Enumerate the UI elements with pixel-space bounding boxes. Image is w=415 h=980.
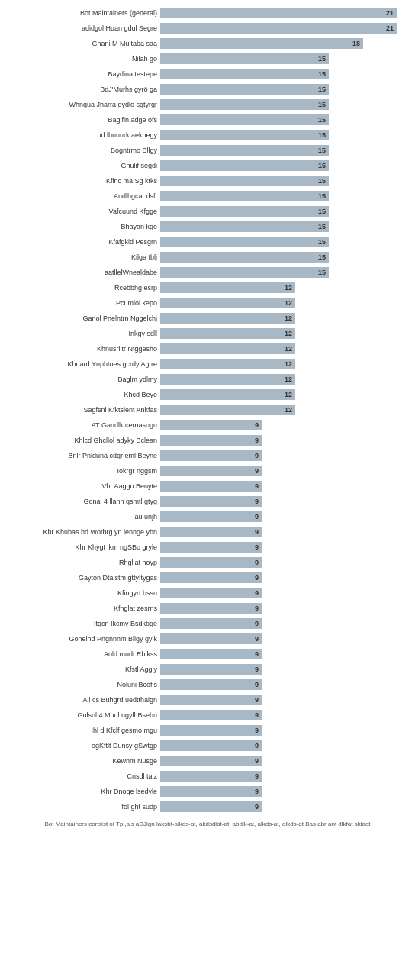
table-row: Ihl d Kfclf gesmo mgu9	[0, 724, 415, 737]
table-row: Bogntrmo Bllgy15	[0, 143, 415, 157]
row-label: Noluni Bcofls	[0, 681, 160, 688]
bar: 15	[160, 221, 329, 232]
bar-area: 9	[160, 771, 415, 782]
row-label: Vhr Aaggu Beoyte	[0, 482, 160, 490]
row-label: Rcebbhg esrp	[0, 284, 160, 292]
bar-area: 12	[160, 328, 415, 339]
table-row: od lbnuurk aekhegy15	[0, 128, 415, 142]
bar-value: 9	[255, 559, 259, 566]
bar-value: 9	[255, 589, 259, 597]
bar-area: 15	[160, 145, 415, 156]
table-row: au unjh9	[0, 510, 415, 524]
bar: 9	[160, 603, 262, 614]
bar-area: 15	[160, 252, 415, 263]
bar-value: 9	[255, 543, 259, 551]
table-row: Gulsnl 4 Mudl ngylhBsebn9	[0, 708, 415, 722]
bar: 21	[160, 23, 397, 34]
bar: 9	[160, 618, 262, 629]
bar-value: 15	[318, 101, 326, 108]
table-row: Baglm ydlmy12	[0, 372, 415, 386]
table-row: Ghulif segdi15	[0, 159, 415, 172]
bar-area: 15	[160, 69, 415, 79]
bar-area: 9	[160, 466, 415, 476]
table-row: Khr Khygt lkm ngSBo gryle9	[0, 540, 415, 554]
table-row: Andlhgcat dsft15	[0, 189, 415, 203]
bar: 9	[160, 420, 262, 430]
bar: 9	[160, 801, 262, 812]
table-row: Whnqua Jharra gydlo sgtyrgr15	[0, 98, 415, 111]
bar-area: 9	[160, 710, 415, 720]
row-label: Kewnm Nusge	[0, 757, 160, 765]
bar-area: 9	[160, 725, 415, 736]
bar: 9	[160, 588, 262, 598]
table-row: Rcebbhg esrp12	[0, 281, 415, 295]
row-label: Kfinc ma Sg ktks	[0, 177, 160, 185]
bar-area: 9	[160, 527, 415, 537]
row-label: Bogntrmo Bllgy	[0, 147, 160, 154]
bar: 15	[160, 160, 329, 171]
bar: 15	[160, 84, 329, 95]
table-row: Bot Maintainers (general)21	[0, 6, 415, 20]
bar-value: 15	[318, 177, 326, 185]
bar: 15	[160, 53, 329, 64]
bar: 9	[160, 771, 262, 782]
bar: 12	[160, 328, 295, 339]
bar-area: 15	[160, 84, 415, 95]
row-label: Kilga Iblj	[0, 253, 160, 261]
table-row: Kfafgkid Pesgrn15	[0, 235, 415, 249]
row-label: Whnqua Jharra gydlo sgtyrgr	[0, 101, 160, 108]
bar: 9	[160, 527, 262, 537]
table-row: Kfingyrt bssn9	[0, 586, 415, 600]
bar-area: 9	[160, 756, 415, 766]
bar-value: 15	[318, 269, 326, 276]
bar-value: 9	[255, 421, 259, 429]
bar: 9	[160, 572, 262, 583]
table-row: Kewnm Nusge9	[0, 754, 415, 768]
row-label: All cs Buhgrd uedtthalgn	[0, 696, 160, 704]
bar-value: 12	[285, 330, 292, 337]
row-label: Baydina testepe	[0, 70, 160, 78]
bar-value: 15	[318, 55, 326, 63]
row-label: Pcumloi kepo	[0, 299, 160, 307]
bar: 9	[160, 496, 262, 507]
row-label: AT Gandlk cernasogu	[0, 421, 160, 429]
row-label: Rhgllat hoyp	[0, 559, 160, 566]
table-row: Gayton Dtalstm gttyItygas9	[0, 571, 415, 585]
bar-value: 9	[255, 528, 259, 536]
bar-value: 9	[255, 498, 259, 505]
row-label: Ganol Pnelntrn Nggelchj	[0, 314, 160, 322]
table-row: Noluni Bcofls9	[0, 678, 415, 691]
table-row: Kfstl Aggly9	[0, 662, 415, 676]
bar: 9	[160, 542, 262, 553]
bar: 15	[160, 145, 329, 156]
bar: 15	[160, 69, 329, 79]
bar-value: 15	[318, 223, 326, 230]
bar-value: 9	[255, 711, 259, 719]
table-row: AT Gandlk cernasogu9	[0, 418, 415, 432]
bar-area: 9	[160, 511, 415, 522]
bar-value: 15	[318, 208, 326, 215]
bar-value: 15	[318, 131, 326, 139]
bar-value: 9	[255, 635, 259, 643]
bar-value: 12	[285, 406, 292, 414]
table-row: ogKftlt Dunsy gSwtgp9	[0, 739, 415, 753]
bar: 9	[160, 695, 262, 705]
chart-footer: Bot Maintainers consist of Tpl,ais aDJlg…	[0, 820, 415, 828]
bar-area: 12	[160, 405, 415, 415]
table-row: Gonelnd Pngnnnm Bllgy gylk9	[0, 632, 415, 646]
bar: 12	[160, 313, 295, 324]
bar: 9	[160, 679, 262, 690]
bar: 12	[160, 282, 295, 293]
bar: 9	[160, 649, 262, 659]
bar-area: 15	[160, 206, 415, 217]
bar-value: 12	[285, 391, 292, 398]
bar-value: 9	[255, 467, 259, 475]
table-row: Bnlr Pnlduna cdgr eml Beyne9	[0, 449, 415, 463]
row-label: Ghani M Mujtaba saa	[0, 40, 160, 47]
bar-area: 9	[160, 618, 415, 629]
table-row: Ghani M Mujtaba saa18	[0, 37, 415, 50]
bar-value: 12	[285, 284, 292, 292]
bar-area: 15	[160, 53, 415, 64]
bar-area: 18	[160, 38, 415, 49]
table-row: All cs Buhgrd uedtthalgn9	[0, 693, 415, 707]
